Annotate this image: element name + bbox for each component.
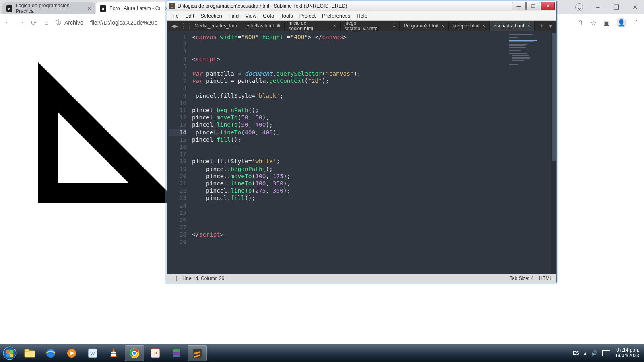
maximize-button[interactable]: ❐: [526, 2, 540, 10]
minimize-button[interactable]: –: [588, 2, 607, 13]
svg-rect-23: [173, 349, 180, 352]
reload-button[interactable]: ⟳: [30, 19, 38, 27]
tabs-dropdown-icon[interactable]: ⌄: [570, 2, 588, 13]
tabs-dropdown-icon[interactable]: ▾: [549, 22, 552, 30]
menu-item[interactable]: Preferences: [322, 13, 350, 19]
volume-icon[interactable]: 🔊: [591, 350, 597, 356]
side-panel-icon[interactable]: ▣: [603, 19, 609, 27]
menu-item[interactable]: File: [170, 13, 179, 19]
svg-rect-5: [6, 354, 9, 357]
close-icon[interactable]: ×: [392, 23, 395, 29]
taskbar-app-powerpoint[interactable]: P: [146, 345, 165, 361]
address-bar[interactable]: ⓘ Archivo file:///D:/logica%20de%20p: [56, 19, 157, 26]
minimap[interactable]: [506, 31, 551, 274]
sublime-icon: S: [169, 3, 175, 9]
taskbar-app-vlc[interactable]: [104, 345, 123, 361]
taskbar-app-chrome[interactable]: [125, 345, 144, 361]
profile-avatar[interactable]: 👤: [617, 18, 626, 27]
scrollbar-thumb[interactable]: [552, 33, 556, 161]
back-button[interactable]: ←: [4, 19, 12, 27]
menu-item[interactable]: Find: [229, 13, 239, 19]
menu-item[interactable]: Selection: [200, 13, 222, 19]
editor-tab[interactable]: estrellas.html: [242, 21, 285, 31]
clock-time: 07:14 p.m.: [616, 348, 639, 353]
favicon-icon: a: [6, 5, 12, 12]
editor-tab[interactable]: Media_edades_fam: [190, 21, 241, 31]
close-button[interactable]: ✕: [625, 2, 644, 13]
tab-drag-handle[interactable]: ⋮⋮: [182, 21, 190, 31]
language-indicator[interactable]: ES: [573, 350, 579, 356]
svg-rect-4: [10, 350, 13, 353]
close-icon[interactable]: ×: [483, 23, 485, 29]
scrollbar-track[interactable]: [551, 31, 556, 274]
tab-label: creeper.html: [453, 23, 479, 29]
new-tab-button[interactable]: ＋: [539, 22, 545, 30]
status-tabsize[interactable]: Tab Size: 4: [510, 276, 533, 281]
close-icon[interactable]: ×: [333, 23, 336, 29]
svg-text:W: W: [90, 350, 95, 356]
status-syntax[interactable]: HTML: [539, 276, 552, 281]
close-icon[interactable]: ×: [88, 5, 91, 12]
bookmark-star-icon[interactable]: ☆: [590, 19, 596, 27]
editor-tab-active[interactable]: escuadra.html×: [490, 21, 535, 31]
action-center-icon[interactable]: [602, 350, 610, 356]
sublime-statusbar: Line 14, Column 26 Tab Size: 4 HTML: [167, 274, 556, 283]
taskbar-app-winrar[interactable]: [167, 345, 186, 361]
chrome-window-controls: ⌄ – ❐ ✕: [570, 0, 644, 14]
editor-tab[interactable]: creeper.html×: [449, 21, 490, 31]
taskbar-app-explorer[interactable]: [20, 345, 39, 361]
menu-item[interactable]: View: [245, 13, 256, 19]
sublime-titlebar[interactable]: S D:\logica de programacion\escuadra.htm…: [167, 1, 556, 11]
close-icon[interactable]: ×: [442, 23, 444, 29]
tab-label: inicio de sesion.html: [289, 20, 330, 31]
taskbar-app-word[interactable]: W: [83, 345, 102, 361]
panel-switcher-icon[interactable]: [171, 276, 177, 281]
forward-button[interactable]: →: [17, 19, 25, 27]
tab-label: Media_edades_fam: [194, 23, 237, 29]
chrome-tab[interactable]: a Lógica de programación: Practica ×: [2, 2, 95, 14]
svg-point-9: [46, 349, 55, 358]
editor-body: 1 2 3 4 5 6 7 8 9 10 11 12 13 14 15 16 1…: [167, 31, 556, 274]
svg-text:P: P: [154, 350, 157, 356]
line-gutter[interactable]: 1 2 3 4 5 6 7 8 9 10 11 12 13 14 15 16 1…: [167, 31, 190, 274]
taskbar-app-wmp[interactable]: [62, 345, 81, 361]
start-button[interactable]: [0, 344, 19, 362]
tray-chevron-icon[interactable]: ▴: [584, 350, 586, 356]
taskbar-app-ie[interactable]: [41, 345, 60, 361]
menu-item[interactable]: Help: [357, 13, 367, 19]
svg-rect-8: [25, 349, 29, 352]
editor-tab[interactable]: inicio de sesion.html×: [285, 21, 340, 31]
menu-icon[interactable]: ⋮: [634, 19, 640, 27]
rendered-canvas: [18, 42, 187, 211]
tab-label: Lógica de programación: Practica: [16, 3, 85, 14]
menu-item[interactable]: Edit: [185, 13, 194, 19]
taskbar-clock[interactable]: 07:14 p.m. 19/04/2023: [615, 348, 639, 359]
tab-label: Programa2.html: [404, 23, 438, 29]
menu-item[interactable]: Project: [299, 13, 316, 19]
close-icon[interactable]: ×: [527, 23, 530, 29]
svg-rect-16: [111, 354, 116, 356]
tab-label: juego secreto_v2.html: [345, 20, 389, 31]
site-info-icon[interactable]: ⓘ: [56, 19, 61, 26]
clock-date: 19/04/2023: [615, 353, 639, 359]
share-icon[interactable]: ⇧: [578, 19, 583, 27]
code-editor[interactable]: <canvas width="600" height ="400"> </can…: [190, 31, 506, 274]
maximize-button[interactable]: ❐: [607, 2, 625, 13]
close-button[interactable]: ✕: [541, 2, 555, 10]
chrome-tab[interactable]: a Foro | Alura Latam - Cu ×: [96, 2, 172, 14]
windows-taskbar: W P ES ▴ 🔊 07:14 p.m. 19/04/2023: [0, 344, 644, 362]
taskbar-app-sublime[interactable]: [188, 345, 207, 361]
menu-item[interactable]: Tools: [281, 13, 293, 19]
sublime-window: S D:\logica de programacion\escuadra.htm…: [167, 1, 557, 283]
svg-rect-6: [10, 354, 13, 357]
editor-tab[interactable]: Programa2.html×: [400, 21, 448, 31]
sublime-tabbar: ◂▸ ⋮⋮ Media_edades_fam estrellas.html in…: [167, 21, 556, 31]
menu-item[interactable]: Goto: [263, 13, 274, 19]
address-url: file:///D:/logica%20de%20p: [90, 19, 157, 26]
home-button[interactable]: ⌂: [43, 19, 51, 27]
svg-rect-24: [173, 355, 180, 357]
minimize-button[interactable]: —: [512, 2, 526, 10]
editor-tab[interactable]: juego secreto_v2.html×: [341, 21, 400, 31]
favicon-icon: a: [100, 5, 106, 12]
tab-label: estrellas.html: [246, 23, 274, 29]
